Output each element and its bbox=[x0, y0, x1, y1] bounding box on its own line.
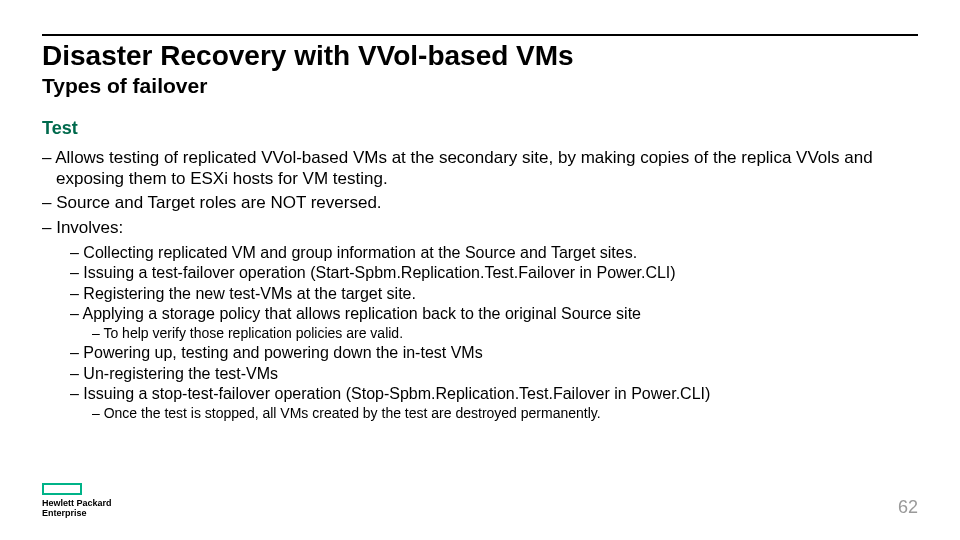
bullet-l2: Powering up, testing and powering down t… bbox=[70, 343, 918, 363]
bullet-l2: Applying a storage policy that allows re… bbox=[70, 304, 918, 324]
bullet-l2: Un-registering the test-VMs bbox=[70, 364, 918, 384]
bullet-l2: Registering the new test-VMs at the targ… bbox=[70, 284, 918, 304]
bullet-l1: Allows testing of replicated VVol-based … bbox=[42, 148, 918, 189]
bullet-l1: Source and Target roles are NOT reversed… bbox=[42, 193, 918, 214]
slide-title: Disaster Recovery with VVol-based VMs bbox=[42, 40, 574, 72]
title-rule bbox=[42, 34, 918, 36]
slide: Disaster Recovery with VVol-based VMs Ty… bbox=[0, 0, 960, 540]
bullet-l2: Collecting replicated VM and group infor… bbox=[70, 243, 918, 263]
slide-subtitle: Types of failover bbox=[42, 74, 207, 98]
hpe-bar-icon bbox=[42, 483, 82, 495]
section-label: Test bbox=[42, 118, 918, 140]
hpe-name-line2: Enterprise bbox=[42, 509, 112, 518]
footer-logo: Hewlett Packard Enterprise bbox=[42, 483, 112, 518]
slide-body: Test Allows testing of replicated VVol-b… bbox=[42, 118, 918, 423]
bullet-l2: Issuing a stop-test-failover operation (… bbox=[70, 384, 918, 404]
bullet-l1: Involves: bbox=[42, 218, 918, 239]
bullet-l3: To help verify those replication policie… bbox=[92, 325, 918, 342]
bullet-l2: Issuing a test-failover operation (Start… bbox=[70, 263, 918, 283]
bullet-l3: Once the test is stopped, all VMs create… bbox=[92, 405, 918, 422]
page-number: 62 bbox=[898, 497, 918, 518]
